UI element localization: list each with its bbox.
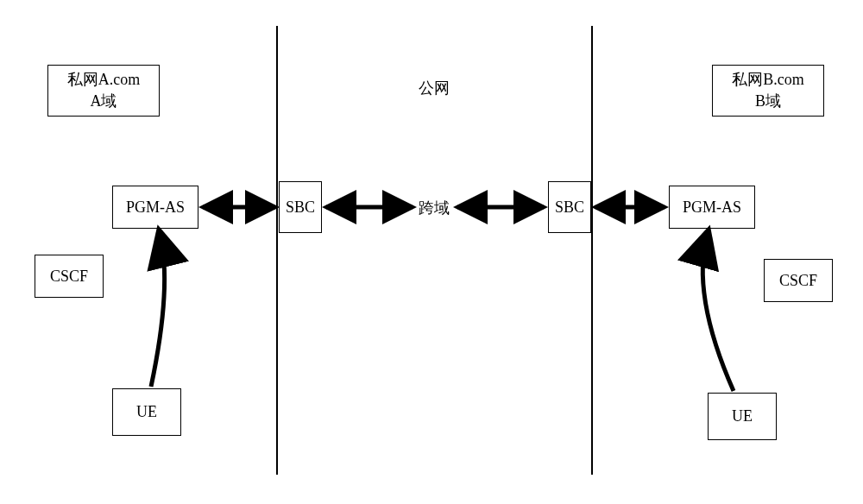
right-sbc-node: SBC	[548, 181, 591, 233]
right-network-line2: B域	[755, 91, 781, 112]
left-ue-node: UE	[112, 388, 181, 436]
right-ue-node: UE	[708, 393, 777, 440]
right-cscf-node: CSCF	[764, 259, 833, 302]
left-sbc-node: SBC	[279, 181, 322, 233]
left-cscf-node: CSCF	[35, 255, 104, 298]
right-network-label: 私网B.com B域	[712, 65, 824, 117]
right-pgm-as-node: PGM-AS	[669, 186, 755, 229]
arrow-right-ue-pgm	[702, 233, 734, 391]
left-network-line2: A域	[91, 91, 117, 112]
arrow-left-ue-pgm	[151, 233, 165, 387]
public-network-label: 公网	[419, 78, 450, 98]
right-separator	[591, 26, 593, 475]
left-network-label: 私网A.com A域	[47, 65, 160, 117]
right-network-line1: 私网B.com	[732, 69, 804, 91]
left-pgm-as-node: PGM-AS	[112, 186, 198, 229]
left-network-line1: 私网A.com	[67, 69, 141, 91]
left-separator	[276, 26, 278, 475]
cross-domain-label: 跨域	[419, 198, 450, 218]
